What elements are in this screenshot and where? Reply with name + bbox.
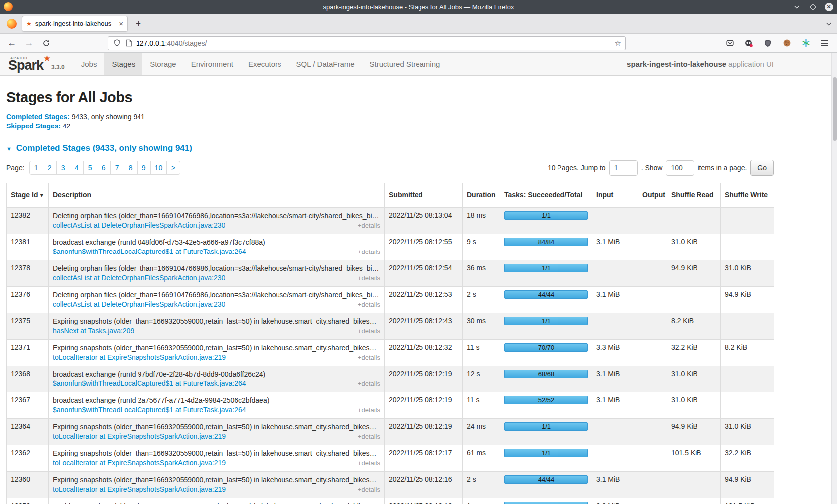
stage-callsite-link[interactable]: collectAsList at DeleteOrphanFilesSparkA… — [53, 221, 225, 230]
stage-callsite-link[interactable]: toLocalIterator at ExpireSnapshotsSparkA… — [53, 353, 226, 362]
close-button[interactable] — [824, 2, 833, 11]
details-toggle[interactable]: +details — [358, 221, 380, 230]
table-row: 12382 Deleting orphan files (older_than=… — [7, 207, 774, 234]
duration-cell: 2 s — [463, 286, 500, 313]
url-bar[interactable]: 127.0.0.1:4040/stages/ — [108, 36, 626, 50]
details-toggle[interactable]: +details — [358, 300, 380, 309]
page-button-3[interactable]: 3 — [56, 161, 70, 175]
browser-tab[interactable]: spark-ingest-into-lakehous — [22, 16, 128, 32]
new-tab-button[interactable] — [136, 18, 141, 29]
next-page-button[interactable]: > — [166, 161, 180, 175]
stage-description: Deleting orphan files (older_than=166910… — [53, 290, 380, 300]
page-button-8[interactable]: 8 — [124, 161, 138, 175]
duration-cell: 11 s — [463, 392, 500, 418]
details-toggle[interactable]: +details — [358, 326, 380, 336]
pocket-icon[interactable] — [723, 37, 736, 50]
details-toggle[interactable]: +details — [358, 353, 380, 362]
scrollbar-thumb[interactable] — [833, 77, 837, 141]
page-button-1[interactable]: 1 — [29, 161, 43, 175]
cookie-icon[interactable] — [780, 37, 793, 50]
stage-callsite-link[interactable]: $anonfun$withThreadLocalCaptured$1 at Fu… — [53, 405, 246, 415]
description-cell: broadcast exchange (runId 2a75677f-a771-… — [49, 392, 385, 418]
details-toggle[interactable]: +details — [358, 379, 380, 388]
back-button[interactable] — [6, 38, 18, 48]
stage-callsite-link[interactable]: collectAsList at DeleteOrphanFilesSparkA… — [53, 273, 225, 283]
spark-logo[interactable]: APACHE Spark 3.3.0 — [6, 53, 74, 75]
stage-callsite-link[interactable]: $anonfun$withThreadLocalCaptured$1 at Fu… — [53, 247, 246, 256]
details-toggle[interactable]: +details — [358, 247, 380, 256]
column-header[interactable]: Output — [638, 183, 667, 207]
nav-item-sql-dataframe[interactable]: SQL / DataFrame — [289, 53, 362, 75]
stage-callsite-link[interactable]: collectAsList at DeleteOrphanFilesSparkA… — [53, 300, 225, 309]
nav-item-storage[interactable]: Storage — [142, 53, 184, 75]
page-info-icon[interactable] — [125, 37, 133, 50]
nav-item-environment[interactable]: Environment — [184, 53, 241, 75]
submitted-cell: 2022/11/25 08:12:16 — [385, 498, 463, 504]
shuffle-write-cell: 31.0 KiB — [721, 418, 774, 445]
maximize-button[interactable] — [808, 2, 817, 11]
stage-callsite-link[interactable]: toLocalIterator at ExpireSnapshotsSparkA… — [53, 458, 226, 468]
minimize-button[interactable] — [792, 2, 801, 11]
page-button-7[interactable]: 7 — [110, 161, 124, 175]
details-toggle[interactable]: +details — [358, 458, 380, 468]
tasks-cell: 1/1 — [500, 445, 592, 471]
submitted-cell: 2022/11/25 08:12:19 — [385, 392, 463, 418]
forward-button[interactable] — [23, 38, 35, 48]
nav-item-jobs[interactable]: Jobs — [74, 53, 105, 75]
page-button-2[interactable]: 2 — [43, 161, 57, 175]
stage-callsite-link[interactable]: $anonfun$withThreadLocalCaptured$1 at Fu… — [53, 379, 246, 388]
page-button-9[interactable]: 9 — [137, 161, 151, 175]
tab-list-chevron-icon[interactable] — [825, 20, 832, 27]
window-titlebar: spark-ingest-into-lakehouse - Stages for… — [0, 0, 837, 14]
spark-nav-items: JobsStagesStorageEnvironmentExecutorsSQL… — [74, 53, 448, 75]
nav-item-structured-streaming[interactable]: Structured Streaming — [362, 53, 448, 75]
firefox-view-icon[interactable] — [7, 19, 17, 29]
bookmark-star-icon[interactable] — [615, 39, 621, 48]
duration-cell: 1 s — [463, 498, 500, 504]
shuffle-write-cell: 94.9 KiB — [721, 286, 774, 313]
completed-stages-section-toggle[interactable]: Completed Stages (9433, only showing 941… — [6, 143, 774, 153]
tab-close-icon[interactable] — [119, 19, 123, 28]
stage-callsite-link[interactable]: hasNext at Tasks.java:209 — [53, 326, 134, 336]
stage-callsite-link[interactable]: toLocalIterator at ExpireSnapshotsSparkA… — [53, 432, 226, 441]
menu-icon[interactable] — [818, 37, 831, 50]
shuffle-write-cell: 32.2 KiB — [721, 445, 774, 471]
shuffle-read-cell: 31.0 KiB — [667, 366, 721, 392]
details-toggle[interactable]: +details — [358, 432, 380, 441]
stage-id-cell: 12359 — [7, 498, 49, 504]
skipped-stages-value: 42 — [63, 122, 71, 130]
details-toggle[interactable]: +details — [358, 405, 380, 415]
items-per-page-input[interactable] — [666, 160, 694, 176]
asterisk-extension-icon[interactable] — [799, 37, 812, 50]
column-header[interactable]: Description — [49, 183, 385, 207]
shield-icon[interactable] — [112, 37, 121, 50]
details-toggle[interactable]: +details — [358, 485, 380, 494]
page-button-5[interactable]: 5 — [83, 161, 97, 175]
page-scrollbar[interactable] — [831, 53, 837, 504]
page-button-4[interactable]: 4 — [70, 161, 84, 175]
details-toggle[interactable]: +details — [358, 273, 380, 283]
skipped-stages-label: Skipped Stages: — [6, 122, 61, 130]
tasks-cell: 44/44 — [500, 286, 592, 313]
page-button-6[interactable]: 6 — [97, 161, 111, 175]
stage-callsite-link[interactable]: toLocalIterator at ExpireSnapshotsSparkA… — [53, 485, 226, 494]
url-text[interactable]: 127.0.0.1:4040/stages/ — [136, 39, 611, 47]
column-header[interactable]: Input — [592, 183, 638, 207]
column-header[interactable]: Submitted — [385, 183, 463, 207]
stage-description: Expiring snapshots (older_than=166932055… — [53, 475, 380, 485]
reload-button[interactable] — [40, 37, 53, 50]
column-header[interactable]: Shuffle Read — [667, 183, 721, 207]
column-header[interactable]: Stage Id ▾ — [7, 183, 49, 207]
privacy-extension-icon[interactable] — [742, 37, 755, 50]
page-button-10[interactable]: 10 — [150, 161, 167, 175]
table-row: 12362 Expiring snapshots (older_than=166… — [7, 445, 774, 471]
tasks-progress-bar: 70/70 — [504, 343, 588, 352]
column-header[interactable]: Tasks: Succeeded/Total — [500, 183, 592, 207]
jump-to-page-input[interactable] — [609, 160, 638, 176]
go-button[interactable]: Go — [750, 160, 774, 176]
nav-item-stages[interactable]: Stages — [104, 53, 142, 75]
nav-item-executors[interactable]: Executors — [241, 53, 289, 75]
ublock-shield-icon[interactable] — [761, 37, 774, 50]
column-header[interactable]: Duration — [463, 183, 500, 207]
column-header[interactable]: Shuffle Write — [721, 183, 774, 207]
